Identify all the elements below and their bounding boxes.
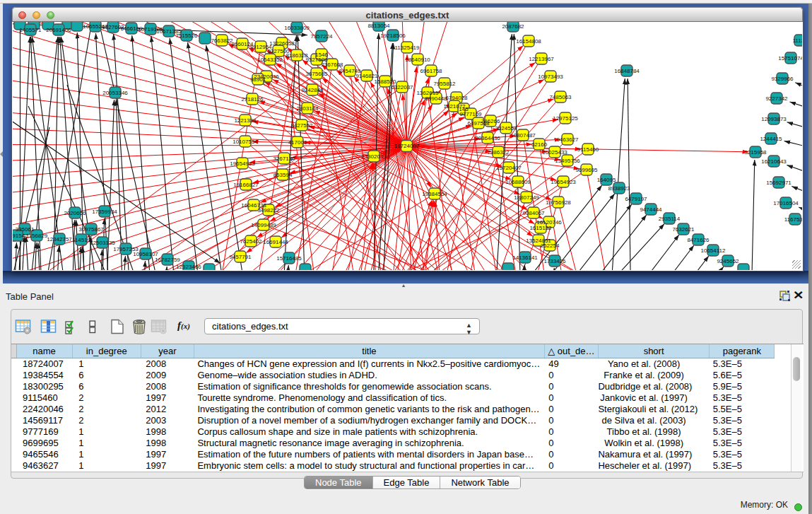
svg-text:2935114: 2935114 xyxy=(659,216,681,222)
svg-text:18807249: 18807249 xyxy=(514,194,539,201)
svg-text:12503135: 12503135 xyxy=(90,240,115,246)
svg-text:20053346: 20053346 xyxy=(102,90,128,96)
svg-text:8813054: 8813054 xyxy=(367,23,390,29)
svg-text:16782759: 16782759 xyxy=(155,257,180,263)
svg-text:2087682: 2087682 xyxy=(502,23,524,30)
svg-text:12323466: 12323466 xyxy=(176,264,201,270)
svg-text:12975125: 12975125 xyxy=(553,115,578,122)
svg-text:417006: 417006 xyxy=(288,139,307,146)
svg-text:2020656: 2020656 xyxy=(64,210,86,216)
svg-text:335061: 335061 xyxy=(16,226,35,233)
svg-text:17359934: 17359934 xyxy=(92,209,117,215)
svg-text:16154808: 16154808 xyxy=(516,38,541,45)
svg-text:1615132: 1615132 xyxy=(529,225,552,231)
svg-text:12213967: 12213967 xyxy=(529,56,554,62)
svg-text:6794028: 6794028 xyxy=(445,95,468,101)
svg-text:19218506: 19218506 xyxy=(380,33,406,39)
svg-text:19654923: 19654923 xyxy=(551,179,576,185)
svg-text:8427552: 8427552 xyxy=(290,122,313,129)
svg-text:15720407: 15720407 xyxy=(496,165,522,171)
svg-text:9242848: 9242848 xyxy=(301,87,324,93)
svg-text:12093873: 12093873 xyxy=(761,116,787,122)
svg-text:6322037: 6322037 xyxy=(391,84,413,90)
svg-text:7625402: 7625402 xyxy=(240,238,262,245)
svg-text:13495756: 13495756 xyxy=(555,158,580,164)
svg-text:14136141: 14136141 xyxy=(512,255,538,261)
svg-text:18724007: 18724007 xyxy=(394,143,420,149)
svg-text:6479197: 6479197 xyxy=(625,196,647,202)
svg-text:11325419: 11325419 xyxy=(395,45,420,51)
svg-text:1244415: 1244415 xyxy=(760,136,782,142)
svg-text:8990448: 8990448 xyxy=(425,95,447,102)
svg-text:2718126: 2718126 xyxy=(241,96,264,103)
svg-text:1156829: 1156829 xyxy=(26,233,48,239)
svg-text:30975867: 30975867 xyxy=(78,226,104,233)
svg-text:20364436: 20364436 xyxy=(475,135,500,141)
svg-text:9463627: 9463627 xyxy=(556,136,579,143)
svg-text:10543352: 10543352 xyxy=(257,57,283,63)
svg-text:7632621: 7632621 xyxy=(672,226,695,233)
svg-text:16210643: 16210643 xyxy=(761,158,787,165)
svg-text:3267130: 3267130 xyxy=(273,156,295,162)
svg-text:10688609: 10688609 xyxy=(505,179,531,185)
svg-text:20691406: 20691406 xyxy=(46,27,71,33)
svg-text:252254: 252254 xyxy=(541,243,560,249)
svg-text:114519: 114519 xyxy=(72,237,91,243)
svg-text:8186328: 8186328 xyxy=(286,52,308,59)
svg-text:3675685: 3675685 xyxy=(305,71,328,77)
svg-text:10107554: 10107554 xyxy=(233,139,258,145)
svg-text:7485063: 7485063 xyxy=(549,94,572,100)
svg-text:16691444: 16691444 xyxy=(263,239,288,245)
svg-text:853594: 853594 xyxy=(273,172,293,178)
svg-text:746266: 746266 xyxy=(481,118,500,124)
svg-text:98901: 98901 xyxy=(250,76,266,83)
svg-text:164095: 164095 xyxy=(597,177,616,183)
svg-text:3498222: 3498222 xyxy=(257,207,280,214)
svg-text:9777169: 9777169 xyxy=(459,111,482,117)
svg-text:9474444: 9474444 xyxy=(640,206,662,213)
svg-text:10807487: 10807487 xyxy=(510,132,536,139)
svg-text:16848784: 16848784 xyxy=(614,68,640,74)
svg-text:3215958: 3215958 xyxy=(744,149,767,156)
svg-text:9329966: 9329966 xyxy=(771,76,794,82)
svg-text:10025433: 10025433 xyxy=(542,149,567,156)
svg-text:8938923: 8938923 xyxy=(608,185,630,192)
svg-text:13226058: 13226058 xyxy=(269,40,295,47)
svg-text:16033809: 16033809 xyxy=(284,25,310,31)
svg-text:19384554: 19384554 xyxy=(422,191,447,197)
svg-text:1405571: 1405571 xyxy=(19,27,42,33)
svg-text:17016504: 17016504 xyxy=(773,200,799,206)
svg-text:39154: 39154 xyxy=(13,233,25,239)
svg-text:15751074: 15751074 xyxy=(778,55,802,62)
svg-text:9245652: 9245652 xyxy=(717,258,739,264)
svg-text:7955812: 7955812 xyxy=(433,81,456,87)
svg-text:1546: 1546 xyxy=(315,52,328,58)
svg-text:23302033: 23302033 xyxy=(361,153,387,160)
svg-text:19756928: 19756928 xyxy=(546,199,571,206)
svg-text:19166827: 19166827 xyxy=(233,182,259,188)
svg-text:7986322: 7986322 xyxy=(487,149,510,156)
svg-text:7357224: 7357224 xyxy=(310,33,333,40)
svg-text:2367608: 2367608 xyxy=(321,62,343,68)
svg-text:3624554: 3624554 xyxy=(495,125,517,132)
svg-text:19654983: 19654983 xyxy=(230,160,255,167)
svg-text:12342757: 12342757 xyxy=(47,236,72,243)
svg-text:9084067: 9084067 xyxy=(522,210,545,216)
svg-text:14099489: 14099489 xyxy=(251,222,276,228)
svg-text:10973493: 10973493 xyxy=(538,74,563,80)
svg-text:1221338: 1221338 xyxy=(234,117,257,124)
svg-text:7515526: 7515526 xyxy=(175,33,198,39)
svg-text:11123: 11123 xyxy=(792,37,802,44)
svg-text:7663822: 7663822 xyxy=(211,37,233,44)
svg-text:15692971: 15692971 xyxy=(766,180,792,186)
svg-text:10654112: 10654112 xyxy=(701,247,726,254)
svg-text:9457791: 9457791 xyxy=(229,254,252,260)
svg-text:8471626: 8471626 xyxy=(687,237,710,243)
svg-text:9227342: 9227342 xyxy=(765,95,788,102)
svg-text:9699695: 9699695 xyxy=(575,167,598,173)
svg-text:9115460: 9115460 xyxy=(577,146,599,153)
svg-text:15716485: 15716485 xyxy=(276,255,302,262)
svg-text:6961758: 6961758 xyxy=(420,68,442,74)
svg-text:1167533: 1167533 xyxy=(784,216,802,223)
svg-text:62160: 62160 xyxy=(531,141,548,148)
